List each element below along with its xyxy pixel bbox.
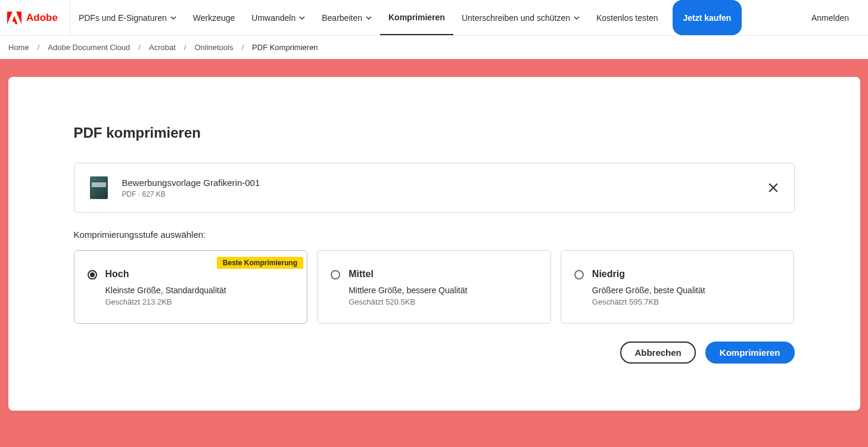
option-estimate: Geschätzt 520.5KB bbox=[349, 297, 537, 306]
nav-label: Kostenlos testen bbox=[596, 13, 658, 23]
option-estimate: Geschätzt 595.7KB bbox=[592, 297, 781, 306]
chevron-down-icon bbox=[299, 15, 305, 21]
file-meta: PDF · 627 KB bbox=[122, 190, 754, 198]
breadcrumb-separator: / bbox=[38, 43, 40, 52]
remove-file-icon[interactable] bbox=[768, 182, 779, 193]
compression-level-label: Komprimierungsstufe auswählen: bbox=[74, 229, 795, 240]
option-mittel[interactable]: Mittel Mittlere Größe, bessere Qualität … bbox=[317, 250, 551, 324]
breadcrumb-onlinetools[interactable]: Onlinetools bbox=[194, 43, 233, 52]
content-band: PDF komprimieren Bewerbungsvorlage Grafi… bbox=[0, 59, 868, 447]
option-title: Niedrig bbox=[592, 269, 781, 280]
nav-label: Bearbeiten bbox=[322, 13, 362, 23]
breadcrumb-current: PDF Komprimieren bbox=[252, 43, 318, 52]
option-title: Hoch bbox=[105, 269, 294, 280]
best-compression-badge: Beste Komprimierung bbox=[217, 257, 303, 269]
nav-pdfs-esignatures[interactable]: PDFs und E-Signaturen bbox=[70, 0, 185, 35]
login-link[interactable]: Anmelden bbox=[801, 13, 860, 23]
breadcrumb-separator: / bbox=[241, 43, 244, 52]
compress-button[interactable]: Komprimieren bbox=[705, 342, 795, 364]
option-title: Mittel bbox=[349, 269, 537, 280]
adobe-logo-icon bbox=[7, 11, 21, 25]
nav-items: PDFs und E-Signaturen Werkzeuge Umwandel… bbox=[70, 0, 742, 35]
nav-label: Unterschreiben und schützen bbox=[462, 13, 570, 23]
file-box: Bewerbungsvorlage Grafikerin-001 PDF · 6… bbox=[74, 163, 795, 213]
option-description: Kleinste Größe, Standardqualität bbox=[105, 285, 294, 295]
option-estimate: Geschätzt 213.2KB bbox=[105, 297, 294, 306]
page-title: PDF komprimieren bbox=[74, 125, 795, 141]
nav-label: Werkzeuge bbox=[193, 13, 235, 23]
cancel-button[interactable]: Abbrechen bbox=[620, 342, 695, 364]
nav-label: Komprimieren bbox=[388, 13, 445, 22]
buy-now-button[interactable]: Jetzt kaufen bbox=[673, 0, 742, 35]
chevron-down-icon bbox=[170, 15, 176, 21]
breadcrumb: Home / Adobe Document Cloud / Acrobat / … bbox=[0, 36, 868, 59]
main-card: PDF komprimieren Bewerbungsvorlage Grafi… bbox=[8, 77, 860, 411]
option-niedrig[interactable]: Niedrig Größere Größe, beste Qualität Ge… bbox=[561, 250, 795, 324]
nav-komprimieren[interactable]: Komprimieren bbox=[380, 0, 453, 35]
nav-bearbeiten[interactable]: Bearbeiten bbox=[313, 0, 380, 35]
radio-icon bbox=[574, 270, 584, 280]
option-description: Mittlere Größe, bessere Qualität bbox=[349, 285, 537, 295]
nav-label: Umwandeln bbox=[251, 13, 295, 23]
file-info: Bewerbungsvorlage Grafikerin-001 PDF · 6… bbox=[122, 178, 754, 198]
nav-umwandeln[interactable]: Umwandeln bbox=[243, 0, 313, 35]
top-nav: Adobe PDFs und E-Signaturen Werkzeuge Um… bbox=[0, 0, 868, 36]
chevron-down-icon bbox=[574, 15, 580, 21]
brand-name: Adobe bbox=[26, 12, 58, 24]
breadcrumb-acrobat[interactable]: Acrobat bbox=[149, 43, 176, 52]
breadcrumb-separator: / bbox=[184, 43, 186, 52]
breadcrumb-home[interactable]: Home bbox=[8, 43, 29, 52]
nav-kostenlos-testen[interactable]: Kostenlos testen bbox=[588, 0, 667, 35]
action-buttons: Abbrechen Komprimieren bbox=[74, 342, 795, 364]
breadcrumb-separator: / bbox=[138, 43, 141, 52]
option-description: Größere Größe, beste Qualität bbox=[592, 285, 781, 295]
compression-options: Beste Komprimierung Hoch Kleinste Größe,… bbox=[74, 250, 795, 324]
chevron-down-icon bbox=[366, 15, 372, 21]
nav-unterschreiben[interactable]: Unterschreiben und schützen bbox=[453, 0, 588, 35]
brand-logo[interactable]: Adobe bbox=[0, 0, 70, 35]
option-hoch[interactable]: Beste Komprimierung Hoch Kleinste Größe,… bbox=[74, 250, 308, 324]
nav-label: PDFs und E-Signaturen bbox=[79, 13, 167, 23]
radio-icon bbox=[88, 270, 97, 280]
file-name: Bewerbungsvorlage Grafikerin-001 bbox=[122, 178, 754, 188]
breadcrumb-document-cloud[interactable]: Adobe Document Cloud bbox=[48, 43, 130, 52]
file-thumbnail bbox=[90, 176, 108, 199]
radio-icon bbox=[331, 270, 340, 280]
nav-werkzeuge[interactable]: Werkzeuge bbox=[185, 0, 244, 35]
